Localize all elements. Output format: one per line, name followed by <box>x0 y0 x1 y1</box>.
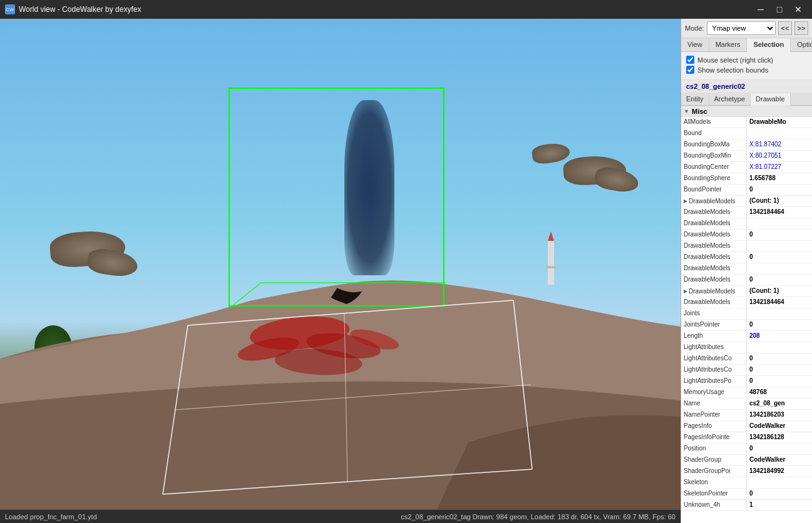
prop-value: 1342184464 <box>747 207 812 218</box>
status-bar: Loaded prop_fnc_farm_01.ytd cs2_08_gener… <box>0 509 681 523</box>
prop-row[interactable]: DrawableModels1342184464 <box>681 297 812 308</box>
prop-name: BoundingBoxMa <box>681 140 747 150</box>
prop-row[interactable]: Joints <box>681 308 812 320</box>
show-bounds-checkbox[interactable] <box>686 66 694 74</box>
mode-select[interactable]: Ymap view <box>707 21 776 35</box>
prop-row[interactable]: PagesInfoCodeWalker <box>681 421 812 432</box>
sub-tab-drawable[interactable]: Drawable <box>751 93 790 106</box>
prop-name: PagesInfo <box>681 421 747 432</box>
section-header-misc[interactable]: ▼ Misc <box>681 106 812 117</box>
prop-name: BoundingBoxMin <box>681 151 747 161</box>
prop-name: PagesInfoPointe <box>681 432 747 443</box>
mouse-select-checkbox[interactable] <box>686 56 694 64</box>
tab-selection[interactable]: Selection <box>747 38 791 52</box>
maximize-button[interactable]: □ <box>771 3 788 16</box>
prop-row[interactable]: SkeletonPointer0 <box>681 489 812 500</box>
prop-row[interactable]: DrawableModels <box>681 263 812 275</box>
prop-value: cs2_08_gen <box>747 399 812 409</box>
prop-value: (Count: 1) <box>747 196 812 206</box>
main-layout: Loaded prop_fnc_farm_01.ytd cs2_08_gener… <box>0 19 812 523</box>
prop-row[interactable]: DrawableModels <box>681 218 812 230</box>
prop-row[interactable]: PagesInfoPointe1342186128 <box>681 432 812 444</box>
prop-row[interactable]: Length208 <box>681 331 812 342</box>
expand-icon: ▶ <box>684 288 687 294</box>
window-title: World view - CodeWalker by dexyfex <box>19 5 141 14</box>
sub-tab-archetype[interactable]: Archetype <box>709 93 751 105</box>
ghost-figure <box>344 100 394 275</box>
prop-name: DrawableModels <box>681 241 747 251</box>
close-button[interactable]: ✕ <box>789 3 807 16</box>
tab-view[interactable]: View <box>681 38 709 51</box>
sub-tab-entity[interactable]: Entity <box>681 93 709 105</box>
prop-name: DrawableModels <box>681 207 747 218</box>
prop-value: X:81.07227 <box>747 162 812 173</box>
misc-chevron: ▼ <box>684 108 690 114</box>
prop-name: ShaderGroup <box>681 455 747 465</box>
prop-value: 0 <box>747 230 812 240</box>
prop-row[interactable]: LightAttributes <box>681 342 812 353</box>
prop-row[interactable]: DrawableModels0 <box>681 230 812 241</box>
prop-name: DrawableModels <box>681 230 747 240</box>
next-button[interactable]: >> <box>794 21 808 35</box>
minimize-button[interactable]: ─ <box>752 3 769 16</box>
prop-row[interactable]: MemoryUsage48768 <box>681 387 812 399</box>
prop-value: 0 <box>747 185 812 195</box>
checkboxes-section: Mouse select (right click) Show selectio… <box>681 52 812 80</box>
prop-row[interactable]: LightAttributesPo0 <box>681 376 812 387</box>
svg-rect-20 <box>546 266 556 268</box>
prop-row[interactable]: ▶DrawableModels(Count: 1) <box>681 286 812 297</box>
prop-row[interactable]: ShaderGroupCodeWalker <box>681 455 812 466</box>
title-bar-left: CW World view - CodeWalker by dexyfex <box>5 4 141 14</box>
prev-button[interactable]: << <box>778 21 792 35</box>
prop-row[interactable]: Bound <box>681 128 812 140</box>
prop-value: 0 <box>747 252 812 263</box>
tab-bar: View Markers Selection Options <box>681 38 812 52</box>
prop-value <box>747 308 812 319</box>
prop-row[interactable]: ▶DrawableModels(Count: 1) <box>681 196 812 207</box>
properties-panel[interactable]: ▼ Misc AllModelsDrawableMoBoundBoundingB… <box>681 106 812 523</box>
prop-row[interactable]: NamePointer1342186203 <box>681 410 812 421</box>
prop-row[interactable]: BoundingBoxMaX:81.87402 <box>681 140 812 151</box>
prop-value <box>747 477 812 488</box>
prop-row[interactable]: DrawableModels0 <box>681 252 812 263</box>
prop-row[interactable]: DrawableModels0 <box>681 275 812 286</box>
prop-name: Joints <box>681 308 747 319</box>
prop-row[interactable]: LightAttributesCo0 <box>681 365 812 376</box>
prop-row[interactable]: BoundingBoxMinX:80.27051 <box>681 151 812 162</box>
mouse-select-label: Mouse select (right click) <box>697 56 773 64</box>
prop-row[interactable]: Position0 <box>681 444 812 455</box>
prop-value: 0 <box>747 489 812 499</box>
window-controls[interactable]: ─ □ ✕ <box>752 3 807 16</box>
prop-row[interactable]: Namecs2_08_gen <box>681 399 812 410</box>
status-right: cs2_08_generic02_tag Drawn: 984 geom, Lo… <box>401 513 676 520</box>
prop-row[interactable]: BoundingCenterX:81.07227 <box>681 162 812 173</box>
prop-row[interactable]: DrawableModels <box>681 241 812 252</box>
prop-row[interactable]: BoundPointer0 <box>681 185 812 196</box>
mouse-select-row: Mouse select (right click) <box>686 56 807 64</box>
prop-row[interactable]: AllModelsDrawableMo <box>681 117 812 128</box>
prop-rows-container: AllModelsDrawableMoBoundBoundingBoxMaX:8… <box>681 117 812 511</box>
tab-options[interactable]: Options <box>791 38 812 51</box>
section-name: Misc <box>692 108 707 115</box>
title-bar: CW World view - CodeWalker by dexyfex ─ … <box>0 0 812 19</box>
prop-name: JointsPointer <box>681 320 747 330</box>
prop-name: Bound <box>681 128 747 139</box>
prop-row[interactable]: Unknown_4h1 <box>681 500 812 511</box>
tab-markers[interactable]: Markers <box>709 38 748 51</box>
prop-name: DrawableModels <box>681 297 747 308</box>
prop-row[interactable]: BoundingSphere1.656788 <box>681 173 812 185</box>
prop-name: LightAttributesCo <box>681 365 747 375</box>
viewport[interactable]: Loaded prop_fnc_farm_01.ytd cs2_08_gener… <box>0 19 681 523</box>
prop-name: BoundPointer <box>681 185 747 195</box>
prop-row[interactable]: ShaderGroupPoi1342184992 <box>681 466 812 477</box>
prop-name: ▶DrawableModels <box>681 196 747 206</box>
prop-row[interactable]: Skeleton <box>681 477 812 489</box>
prop-row[interactable]: JointsPointer0 <box>681 320 812 331</box>
prop-row[interactable]: DrawableModels1342184464 <box>681 207 812 218</box>
prop-value: 1.656788 <box>747 173 812 184</box>
right-panel: Mode: Ymap view << >> View Markers Selec… <box>681 19 812 523</box>
prop-name: DrawableModels <box>681 263 747 274</box>
sub-tab-bar: Entity Archetype Drawable <box>681 93 812 106</box>
prop-row[interactable]: LightAttributesCo0 <box>681 353 812 365</box>
show-bounds-row: Show selection bounds <box>686 66 807 74</box>
